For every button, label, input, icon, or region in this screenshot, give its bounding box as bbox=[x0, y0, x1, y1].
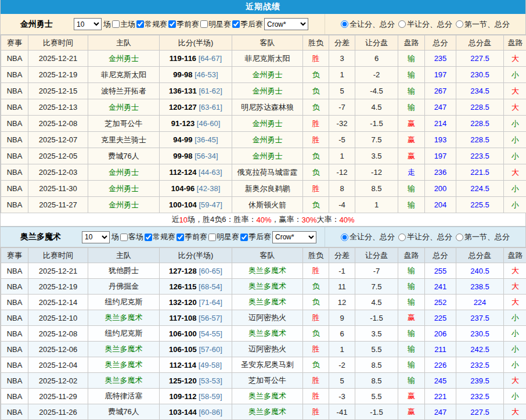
filter-checkbox-label[interactable]: 客场 bbox=[119, 232, 143, 242]
filter-checkbox[interactable] bbox=[136, 20, 144, 28]
filter-checkbox-label[interactable]: 季前赛 bbox=[175, 232, 207, 242]
away-team-cell: 奥兰多魔术 bbox=[232, 326, 303, 342]
date-cell: 2025-12-07 bbox=[28, 132, 88, 148]
filter-checkbox-label[interactable]: 明星赛 bbox=[199, 19, 231, 30]
filter-checkbox[interactable] bbox=[200, 20, 208, 28]
date-cell: 2025-12-05 bbox=[28, 148, 88, 164]
result-cell: 负 bbox=[303, 148, 329, 164]
odds-scope-radio-label[interactable]: 半让分、总分 bbox=[398, 232, 452, 242]
filter-checkbox[interactable] bbox=[112, 20, 120, 28]
filter-checkbox[interactable] bbox=[176, 234, 184, 241]
column-header: 比赛时间 bbox=[28, 35, 88, 51]
handicap-result-cell: 赢 bbox=[398, 148, 425, 164]
total-line-cell: 221.5 bbox=[456, 164, 504, 181]
total-result-cell: 小 bbox=[504, 326, 526, 342]
total-cell: 206 bbox=[425, 326, 456, 342]
odds-scope-radio-label[interactable]: 全让分、总分 bbox=[341, 19, 395, 30]
filter-checkbox-label[interactable]: 季前赛 bbox=[167, 19, 199, 30]
total-result-cell: 小 bbox=[504, 116, 526, 132]
table-row: NBA2025-12-14纽约尼克斯132-120 [71-64]奥兰多魔术负1… bbox=[1, 295, 526, 310]
total-line-cell: 237.5 bbox=[456, 310, 504, 326]
filter-checkbox-label[interactable]: 季后赛 bbox=[239, 232, 271, 242]
diff-cell: -1 bbox=[329, 263, 355, 279]
handicap-result-cell: 输 bbox=[398, 83, 425, 99]
column-header: 盘路 bbox=[398, 248, 425, 263]
diff-cell: -5 bbox=[329, 132, 355, 148]
filter-checkbox[interactable] bbox=[232, 20, 240, 28]
total-line-cell: 230.5 bbox=[456, 67, 504, 83]
source-select[interactable]: Crow* bbox=[272, 231, 316, 243]
odds-scope-radio[interactable] bbox=[341, 234, 348, 241]
total-result-cell: 小 bbox=[504, 67, 526, 83]
handicap-result-cell: 赢 bbox=[398, 310, 425, 326]
away-team-cell: 新奥尔良鹈鹕 bbox=[232, 181, 303, 197]
handicap-cell: -12 bbox=[355, 164, 398, 181]
filter-checkbox-label[interactable]: 常规赛 bbox=[135, 19, 167, 30]
filter-checkbox-label[interactable]: 季后赛 bbox=[231, 19, 263, 30]
team-results-section: 奥兰多魔术 10 场 客场常规赛季前赛明星赛季后赛 Crow* 全让分、总分半让… bbox=[1, 227, 525, 420]
filter-checkbox[interactable] bbox=[168, 20, 176, 28]
column-header: 让分盘 bbox=[355, 35, 398, 51]
league-cell: NBA bbox=[1, 197, 28, 213]
result-cell: 负 bbox=[303, 67, 329, 83]
odds-scope-radio-label[interactable]: 全让分、总分 bbox=[341, 232, 395, 242]
total-line-cell: 227.5 bbox=[456, 404, 504, 420]
table-row: NBA2025-12-06奥兰多魔术106-105 [57-60]迈阿密热火胜1… bbox=[1, 342, 526, 357]
filter-right: 全让分、总分半让分、总分第一节、总分 bbox=[325, 227, 525, 247]
total-line-cell: 228.5 bbox=[456, 116, 504, 132]
filter-checkbox-label[interactable]: 常规赛 bbox=[143, 232, 175, 242]
total-cell: 236 bbox=[425, 164, 456, 181]
home-team-cell: 芝加哥公牛 bbox=[88, 116, 160, 132]
games-label: 场 bbox=[103, 19, 111, 30]
total-result-cell: 小 bbox=[504, 148, 526, 164]
filter-checkbox[interactable] bbox=[145, 234, 152, 241]
odds-scope-radio-label[interactable]: 半让分、总分 bbox=[398, 19, 452, 30]
home-team-cell: 奥兰多魔术 bbox=[88, 310, 160, 326]
summary-segment: 40% bbox=[339, 216, 354, 224]
odds-scope-radio[interactable] bbox=[398, 234, 406, 241]
odds-scope-radio-label[interactable]: 第一节、总分 bbox=[456, 232, 510, 242]
results-body: NBA2025-12-21犹他爵士127-128 [60-65]奥兰多魔术胜-1… bbox=[1, 263, 526, 420]
handicap-cell: 8.5 bbox=[355, 373, 398, 389]
away-team-cell: 金州勇士 bbox=[232, 148, 303, 164]
odds-scope-radio-label[interactable]: 第一节、总分 bbox=[456, 19, 510, 30]
score-cell: 100-104 [59-47] bbox=[160, 197, 232, 213]
sections-container: 金州勇士 10 场 主场常规赛季前赛明星赛季后赛 Crow* 全让分、总分半让分… bbox=[1, 14, 525, 420]
results-table: 赛事比赛时间主队比分(半场)客队胜负分差让分盘盘路总分总分盘盘路 NBA2025… bbox=[1, 35, 526, 213]
away-team-cell: 金州勇士 bbox=[232, 83, 303, 99]
total-cell: 255 bbox=[425, 263, 456, 279]
filter-checkbox[interactable] bbox=[240, 234, 248, 241]
home-team-cell: 费城76人 bbox=[88, 404, 160, 420]
odds-scope-radio[interactable] bbox=[398, 20, 406, 28]
games-count-select[interactable]: 10 bbox=[74, 18, 102, 30]
source-select[interactable]: Crow* bbox=[264, 18, 308, 30]
date-cell: 2025-11-29 bbox=[28, 389, 88, 404]
games-label: 场 bbox=[111, 232, 119, 242]
games-count-select[interactable]: 10 bbox=[82, 231, 110, 243]
column-header: 盘路 bbox=[504, 35, 526, 51]
diff-cell: 5 bbox=[329, 83, 355, 99]
filter-bar: 奥兰多魔术 10 场 客场常规赛季前赛明星赛季后赛 Crow* 全让分、总分半让… bbox=[1, 227, 525, 247]
filter-checkbox-label[interactable]: 主场 bbox=[111, 19, 135, 30]
result-cell: 负 bbox=[303, 164, 329, 181]
home-team-cell: 克里夫兰骑士 bbox=[88, 132, 160, 148]
column-header: 比分(半场) bbox=[160, 248, 232, 263]
league-cell: NBA bbox=[1, 263, 28, 279]
odds-scope-radio[interactable] bbox=[341, 20, 348, 28]
handicap-result-cell: 输 bbox=[398, 181, 425, 197]
score-cell: 126-115 [68-54] bbox=[160, 279, 232, 295]
league-cell: NBA bbox=[1, 132, 28, 148]
filter-checkbox[interactable] bbox=[208, 234, 216, 241]
table-row: NBA2025-12-08芝加哥公牛91-123 [46-60]金州勇士胜-32… bbox=[1, 116, 526, 132]
league-cell: NBA bbox=[1, 310, 28, 326]
odds-scope-radio[interactable] bbox=[456, 20, 463, 28]
total-result-cell: 大 bbox=[504, 164, 526, 181]
date-cell: 2025-12-08 bbox=[28, 326, 88, 342]
column-header: 分差 bbox=[329, 35, 355, 51]
score-cell: 127-128 [60-65] bbox=[160, 263, 232, 279]
total-cell: 252 bbox=[425, 295, 456, 310]
diff-cell: -4 bbox=[329, 197, 355, 213]
filter-checkbox[interactable] bbox=[120, 234, 128, 241]
filter-checkbox-label[interactable]: 明星赛 bbox=[207, 232, 239, 242]
odds-scope-radio[interactable] bbox=[456, 234, 463, 241]
